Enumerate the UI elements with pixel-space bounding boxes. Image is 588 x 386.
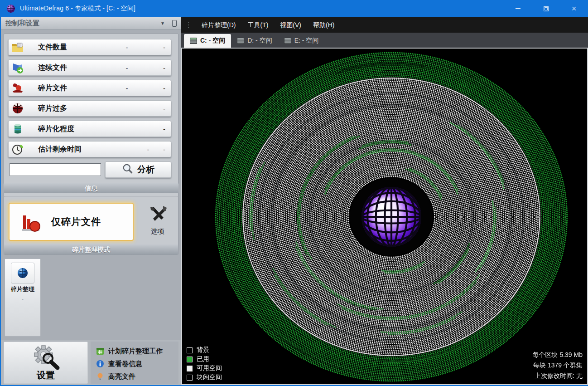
red-chart-icon (19, 209, 44, 235)
tab-e-space[interactable]: E: - 空间 (278, 34, 325, 48)
drive-tabbar: C: - 空间 D: - 空间 E: - 空间 (181, 33, 588, 48)
stat-time-remaining[interactable]: 估计剩余时间 - - (8, 141, 171, 157)
info-icon (96, 360, 104, 368)
disk-visualization: 背景 已用 可用空间 块闲空间 每个区块 5.39 Mb 每块 1379 个群集… (181, 48, 588, 385)
clusters-per-block-text: 每块 1379 个群集 (533, 360, 583, 371)
fragmentation-level-icon (11, 122, 24, 136)
drive-icon (237, 38, 244, 44)
analyze-button[interactable]: 分析 (105, 161, 171, 178)
panel-header: 控制和设置 ▼ (1, 17, 181, 30)
legend-swatch-free[interactable] (187, 366, 193, 371)
info-section-bar: 信息 (4, 183, 178, 193)
options-button[interactable]: 选项 (141, 202, 174, 238)
legend-swatch-slack[interactable] (187, 375, 193, 381)
menubar: ⋮ 碎片整理(D) 工具(T) 视图(V) 帮助(H) (181, 17, 588, 33)
disk-info: 每个区块 5.39 Mb 每块 1379 个群集 上次修改时间: 无 (533, 350, 583, 381)
stat-value: - (143, 146, 154, 153)
link-view-volume-info[interactable]: 查看卷信息 (96, 357, 178, 370)
stat-over-fragmented[interactable]: 碎片过多 - (8, 100, 171, 117)
drive-icon (190, 38, 197, 44)
stat-value: - (100, 44, 154, 51)
analyze-row: 分析 (8, 161, 171, 178)
clock-icon (11, 142, 24, 156)
legend-swatch-used[interactable] (187, 357, 193, 362)
fragmented-files-only-button[interactable]: 仅碎片文件 (9, 203, 134, 241)
stat-fragmentation-level[interactable]: 碎片化程度 - (8, 121, 171, 137)
calendar-icon (96, 347, 104, 355)
disk-map-canvas[interactable] (182, 49, 587, 384)
link-highlight-files[interactable]: 高亮文件 (96, 370, 178, 383)
tools-icon (148, 204, 168, 225)
legend-row-used: 已用 (187, 355, 222, 364)
tab-c-space[interactable]: C: - 空间 (184, 34, 231, 48)
maximize-button[interactable] (532, 0, 560, 17)
filter-input[interactable] (10, 163, 101, 176)
titlebar: UltimateDefrag 6 - 专家模式 - [C: - 空间] × (0, 0, 588, 17)
close-button[interactable]: × (560, 0, 588, 17)
panel-title: 控制和设置 (5, 19, 160, 28)
gear-magnifier-icon (31, 343, 61, 371)
defrag-globe-icon[interactable] (11, 263, 34, 283)
legend-row-slack: 块闲空间 (187, 373, 222, 382)
stat-value: - (154, 44, 165, 51)
menu-tools[interactable]: 工具(T) (241, 17, 274, 33)
drive-icon (284, 38, 291, 44)
window-title: UltimateDefrag 6 - 专家模式 - [C: - 空间] (20, 5, 135, 13)
link-schedule-defrag[interactable]: 计划碎片整理工作 (96, 345, 178, 357)
window-controls: × (504, 0, 588, 17)
fragmented-files-icon (11, 81, 24, 95)
last-modified-text: 上次修改时间: 无 (533, 371, 583, 381)
highlight-icon (96, 372, 104, 381)
defrag-mode-panel: 仅碎片文件 选项 碎片整理模式 (4, 196, 178, 255)
magnifier-icon (122, 163, 134, 177)
pin-icon[interactable] (172, 20, 177, 27)
contiguous-files-icon (11, 61, 24, 74)
stat-fragmented-files[interactable]: 碎片文件 - - (8, 80, 171, 96)
quick-links: 计划碎片整理工作 查看卷信息 高亮文件 (91, 342, 178, 384)
stat-value: - (154, 146, 165, 153)
legend-row-free: 可用空间 (187, 364, 222, 373)
stat-file-count[interactable]: 文件数量 - - (8, 39, 171, 55)
stat-contiguous-files[interactable]: 连续文件 - - (8, 59, 171, 76)
menu-grip-icon[interactable]: ⋮ (185, 21, 192, 29)
menu-view[interactable]: 视图(V) (274, 17, 307, 33)
menu-defragment[interactable]: 碎片整理(D) (196, 17, 241, 33)
defrag-card[interactable]: 碎片整理 - (5, 259, 41, 337)
legend-swatch-background[interactable] (187, 347, 193, 353)
stat-value: - (100, 84, 154, 92)
app-window: UltimateDefrag 6 - 专家模式 - [C: - 空间] × 控制… (0, 0, 588, 386)
defrag-mode-bar: 碎片整理模式 (4, 244, 178, 254)
block-size-text: 每个区块 5.39 Mb (533, 350, 583, 360)
stats-panel: 文件数量 - - 连续文件 - - 碎片文件 - - (4, 34, 178, 200)
folder-icon (11, 40, 24, 54)
stat-value: - (154, 125, 165, 133)
menu-help[interactable]: 帮助(H) (307, 17, 340, 33)
chevron-down-icon[interactable]: ▼ (160, 21, 165, 26)
legend-row-background: 背景 (187, 346, 222, 355)
settings-button[interactable]: 设置 (4, 342, 88, 384)
over-fragmented-icon (11, 102, 24, 115)
minimize-button[interactable] (504, 0, 532, 17)
stat-value: - (100, 64, 154, 72)
stat-value: - (154, 64, 165, 72)
app-icon (6, 4, 15, 13)
tab-d-space[interactable]: D: - 空间 (231, 34, 278, 48)
legend: 背景 已用 可用空间 块闲空间 (187, 346, 222, 382)
control-settings-panel: 控制和设置 ▼ 文件数量 - - 连续文件 - - (1, 17, 181, 385)
stat-value: - (154, 84, 165, 92)
stat-value: - (154, 105, 165, 112)
sidebar-bottom: 设置 计划碎片整理工作 查看卷信息 (1, 340, 181, 385)
